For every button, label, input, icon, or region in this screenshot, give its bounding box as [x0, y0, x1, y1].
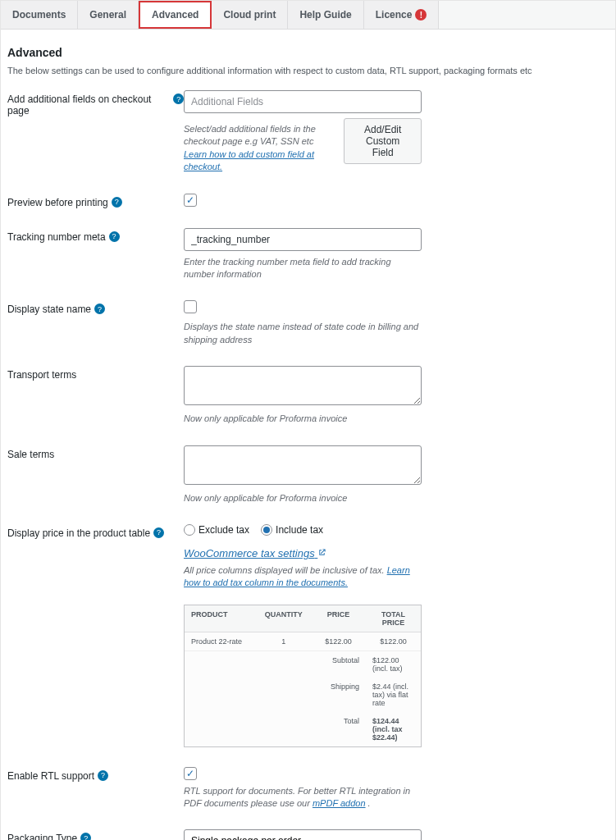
intro-text: The below settings can be used to config… — [7, 66, 609, 75]
label-packaging: Packaging Type — [7, 833, 77, 840]
add-edit-custom-field-button[interactable]: Add/Edit Custom Field — [344, 118, 422, 164]
packaging-type-select[interactable]: Single package per order — [184, 829, 422, 840]
help-icon[interactable]: ? — [112, 197, 122, 208]
external-link-icon — [317, 548, 326, 557]
state-desc: Displays the state name instead of state… — [184, 321, 422, 346]
tab-cloud-print[interactable]: Cloud print — [212, 1, 288, 29]
tracking-desc: Enter the tracking number meta field to … — [184, 256, 422, 281]
price-preview-table: PRODUCT QUANTITY PRICE TOTAL PRICE Produ… — [184, 605, 422, 747]
tracking-meta-input[interactable] — [184, 228, 422, 251]
help-icon[interactable]: ? — [153, 527, 164, 538]
page-title: Advanced — [7, 46, 609, 59]
warning-icon: ! — [415, 9, 427, 21]
label-price-display: Display price in the product table — [7, 527, 150, 747]
help-icon[interactable]: ? — [98, 770, 108, 781]
add-fields-desc: Select/add additional fields in the chec… — [184, 124, 316, 146]
rtl-checkbox[interactable]: ✓ — [184, 767, 197, 780]
label-transport: Transport terms — [7, 369, 76, 425]
link-custom-field[interactable]: Learn how to add custom field at checkou… — [184, 149, 314, 171]
rtl-desc: RTL support for documents. For better RT… — [184, 786, 410, 808]
state-name-checkbox[interactable] — [184, 300, 197, 313]
label-preview: Preview before printing — [7, 197, 108, 208]
tab-bar: Documents General Advanced Cloud print H… — [1, 1, 615, 30]
label-state: Display state name — [7, 304, 91, 346]
radio-exclude-tax[interactable]: Exclude tax — [184, 524, 249, 536]
tab-licence[interactable]: Licence ! — [364, 1, 440, 29]
tab-help-guide[interactable]: Help Guide — [288, 1, 363, 29]
label-add-fields: Add additional fields on checkout page — [7, 94, 170, 174]
price-desc: All price columns displayed will be incl… — [184, 565, 385, 575]
help-icon[interactable]: ? — [173, 94, 184, 104]
help-icon[interactable]: ? — [94, 304, 105, 314]
label-rtl: Enable RTL support — [7, 770, 94, 810]
link-wc-tax-settings[interactable]: WooCommerce tax settings — [184, 547, 326, 559]
preview-checkbox[interactable]: ✓ — [184, 194, 197, 207]
link-mpdf-addon[interactable]: mPDF addon — [313, 798, 366, 808]
tab-general[interactable]: General — [78, 1, 139, 29]
additional-fields-input[interactable] — [184, 90, 422, 113]
label-sale: Sale terms — [7, 449, 54, 504]
radio-include-tax[interactable]: Include tax — [261, 524, 323, 536]
tab-documents[interactable]: Documents — [1, 1, 78, 29]
help-icon[interactable]: ? — [109, 231, 120, 242]
sale-desc: Now only applicable for Proforma invoice — [184, 492, 422, 504]
help-icon[interactable]: ? — [80, 833, 91, 840]
transport-desc: Now only applicable for Proforma invoice — [184, 413, 422, 425]
tab-advanced[interactable]: Advanced — [139, 1, 212, 29]
label-tracking: Tracking number meta — [7, 231, 106, 281]
sale-terms-input[interactable] — [184, 445, 422, 485]
transport-terms-input[interactable] — [184, 366, 422, 405]
